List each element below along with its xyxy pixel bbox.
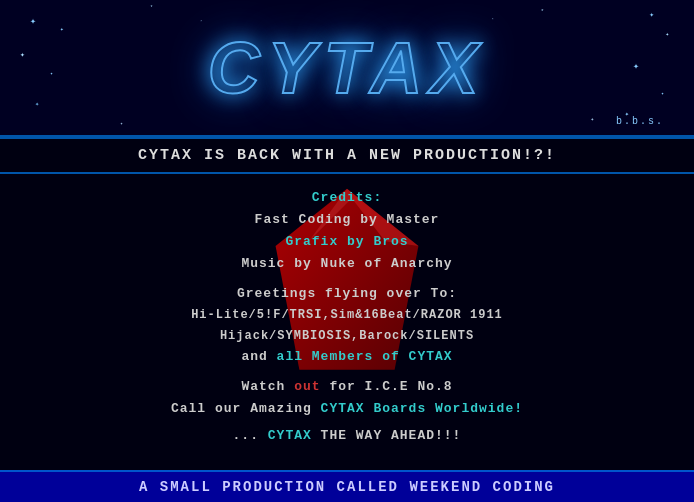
greetings-line3: and all Members of CYTAX [20, 346, 674, 368]
star-decoration: ✦ [661, 90, 664, 97]
for-label: for I.C.E No.8 [329, 379, 452, 394]
and-label: and [241, 349, 276, 364]
tagline-dots: ... [233, 428, 268, 443]
star-decoration: * [200, 20, 202, 24]
credits-title: Credits: [20, 187, 674, 209]
bottom-banner: A SMALL PRODUCTION CALLED WEEKEND CODING [0, 470, 694, 502]
call-line: Call our Amazing CYTAX Boards Worldwide! [20, 398, 674, 420]
star-decoration: * [540, 8, 544, 15]
cytax-boards-label: CYTAX Boards Worldwide! [321, 401, 523, 416]
star-decoration: * [492, 18, 494, 22]
logo-title: CYTAX [208, 27, 487, 109]
credits-line2: Grafix by Bros [20, 231, 674, 253]
star-decoration: ✦ [665, 30, 669, 38]
star-decoration: * [150, 5, 153, 11]
star-decoration: ✦ [649, 10, 654, 19]
star-decoration: ✦ [50, 70, 53, 77]
star-decoration: ✦ [120, 120, 123, 127]
logo-subtitle: b.b.s. [616, 116, 664, 127]
greetings-intro: Greetings flying over To: [20, 283, 674, 305]
star-decoration: ✦ [590, 115, 594, 123]
star-decoration: ✦ [35, 100, 39, 108]
tagline-rest: THE WAY AHEAD!!! [312, 428, 462, 443]
headline: CYTAX IS BACK WITH A NEW PRODUCTION!?! [0, 137, 694, 174]
content-block: Credits: Fast Coding by Master Grafix by… [0, 174, 694, 484]
call-text-prefix: Call our Amazing [171, 401, 321, 416]
credits-line1: Fast Coding by Master [20, 209, 674, 231]
logo-area: ✦ ✦ ✦ ✦ ✦ ✦ ✦ ✦ ✦ ✦ * * * * ✦ ✦ CYTAX b.… [0, 0, 694, 135]
main-content: Credits: Fast Coding by Master Grafix by… [0, 174, 694, 484]
star-decoration: ✦ [20, 50, 25, 59]
star-decoration: ✦ [30, 15, 36, 27]
tagline-line: ... CYTAX THE WAY AHEAD!!! [20, 425, 674, 447]
out-label: out [294, 379, 329, 394]
greetings-line1: Hi-Lite/5!F/TRSI,Sim&16Beat/RAZOR 1911 [20, 305, 674, 325]
watch-label: Watch [241, 379, 294, 394]
tagline-cytax: CYTAX [268, 428, 312, 443]
all-members-label: all Members of CYTAX [277, 349, 453, 364]
star-decoration: ✦ [60, 25, 64, 33]
star-decoration: ✦ [633, 60, 639, 72]
credits-line3: Music by Nuke of Anarchy [20, 253, 674, 275]
watchout-line: Watch out for I.C.E No.8 [20, 376, 674, 398]
greetings-line2: Hijack/SYMBIOSIS,Barock/SILENTS [20, 326, 674, 346]
